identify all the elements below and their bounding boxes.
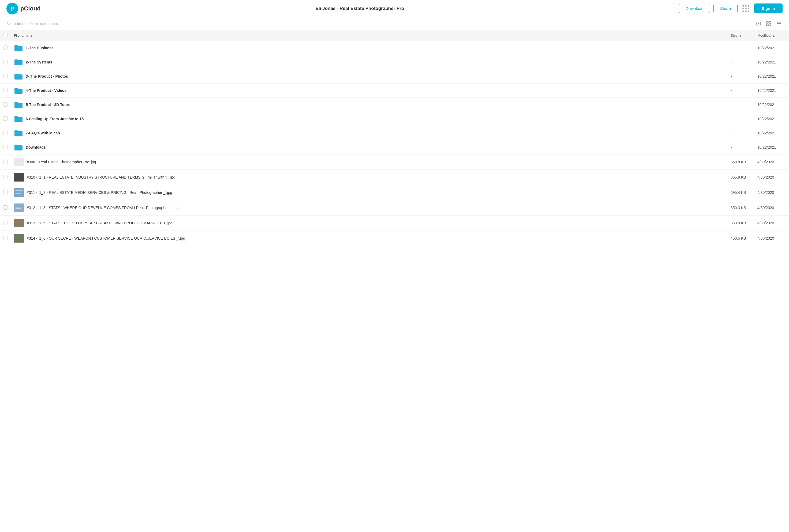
svg-rect-14	[16, 206, 22, 206]
svg-rect-15	[16, 207, 21, 208]
row-size-cell: 450.5 KB	[727, 231, 754, 246]
row-size-cell: 695.4 KB	[727, 185, 754, 200]
row-filename-cell: 5-The Product - 3D Tours	[11, 98, 727, 112]
row-modified-cell: 4/30/2020	[754, 154, 789, 170]
toolbar-hint: Select folder or file to see options	[6, 22, 58, 26]
signin-button[interactable]: Sign in	[754, 3, 783, 13]
row-checkbox[interactable]	[3, 159, 7, 164]
table-row[interactable]: 6-Scaling Up From Just Me to 15-10/22/20…	[0, 112, 789, 126]
toolbar: Select folder or file to see options	[0, 17, 789, 30]
svg-rect-13	[16, 193, 21, 194]
table-row[interactable]: 1-The Business-10/22/2021	[0, 41, 789, 55]
row-checkbox[interactable]	[3, 205, 7, 210]
row-checkbox[interactable]	[3, 116, 7, 121]
row-checkbox[interactable]	[3, 74, 7, 78]
row-modified-cell: 10/22/2021	[754, 140, 789, 154]
row-checkbox[interactable]	[3, 236, 7, 240]
row-modified-cell: 10/22/2021	[754, 83, 789, 98]
apps-grid-icon[interactable]	[741, 3, 751, 14]
table-row[interactable]: Downloads-10/22/2021	[0, 140, 789, 154]
table-row[interactable]: 3- The Product - Photos-10/22/2021	[0, 69, 789, 83]
row-checkbox-cell	[0, 55, 11, 69]
filename-text: 3- The Product - Photos	[26, 74, 68, 78]
row-filename-cell: 2-The Systems	[11, 55, 727, 69]
table-row[interactable]: 7-FAQ's with Micah-10/22/2021	[0, 126, 789, 140]
table-row[interactable]: #313 - '1_5 - STATS I THE $100K_YEAR BRE…	[0, 215, 789, 231]
filename-text: 7-FAQ's with Micah	[26, 131, 60, 135]
row-filename-cell: #311 - '1_2 - REAL ESTATE MEDIA SERVICES…	[11, 185, 727, 200]
row-filename-cell: #310 - '1_1 - REAL ESTATE INDUSTRY STRUC…	[11, 170, 727, 185]
row-modified-cell: 10/22/2021	[754, 41, 789, 55]
row-modified-cell: 10/22/2021	[754, 112, 789, 126]
row-checkbox[interactable]	[3, 190, 7, 194]
table-row[interactable]: #312 - '1_3 - STATS I WHERE OUR REVENUE …	[0, 200, 789, 215]
list-view-icon[interactable]	[775, 20, 783, 27]
file-thumbnail	[14, 204, 24, 212]
folder-icon	[14, 129, 23, 137]
filename-text: #313 - '1_5 - STATS I THE $100K_YEAR BRE…	[27, 221, 172, 225]
row-checkbox[interactable]	[3, 45, 7, 50]
logo-text: pCloud	[20, 5, 41, 12]
row-checkbox[interactable]	[3, 145, 7, 149]
file-thumbnail	[14, 173, 24, 182]
logo-area: P pCloud	[6, 3, 41, 15]
folder-icon	[14, 115, 23, 122]
row-checkbox-cell	[0, 112, 11, 126]
row-size-cell: -	[727, 83, 754, 98]
row-modified-cell: 4/30/2020	[754, 200, 789, 215]
row-checkbox[interactable]	[3, 221, 7, 225]
file-thumbnail	[14, 188, 24, 197]
row-checkbox[interactable]	[3, 131, 7, 135]
table-row[interactable]: 4-The Product - Videos-10/22/2021	[0, 83, 789, 98]
row-filename-cell: 7-FAQ's with Micah	[11, 126, 727, 140]
table-row[interactable]: #308 - 'Real Estate Photographer Pro'.jp…	[0, 154, 789, 170]
row-checkbox[interactable]	[3, 175, 7, 179]
row-checkbox-cell	[0, 83, 11, 98]
slideshow-view-icon[interactable]	[755, 20, 762, 27]
filename-text: 4-The Product - Videos	[26, 88, 67, 93]
grid-view-icon[interactable]	[765, 20, 772, 27]
col-modified-header[interactable]: Modified ▲	[754, 30, 789, 41]
size-sort-icon: ▲	[739, 34, 742, 37]
select-all-checkbox[interactable]	[3, 33, 7, 37]
filename-text: Downloads	[26, 145, 46, 149]
col-size-header[interactable]: Size ▲	[727, 30, 754, 41]
folder-icon	[14, 87, 23, 94]
page-title: Eli Jones - Real Estate Photographer Pro	[41, 6, 679, 11]
row-checkbox-cell	[0, 140, 11, 154]
svg-rect-12	[16, 192, 21, 192]
row-filename-cell: 6-Scaling Up From Just Me to 15	[11, 112, 727, 126]
row-size-cell: -	[727, 112, 754, 126]
table-row[interactable]: 5-The Product - 3D Tours-10/22/2021	[0, 98, 789, 112]
svg-text:P: P	[11, 5, 15, 12]
download-button[interactable]: Download	[679, 4, 710, 13]
row-checkbox[interactable]	[3, 102, 7, 107]
file-thumbnail	[14, 234, 24, 243]
filename-sort-icon: ▲	[30, 34, 33, 37]
row-filename-cell: #313 - '1_5 - STATS I THE $100K_YEAR BRE…	[11, 215, 727, 231]
modified-sort-icon: ▲	[772, 34, 775, 37]
filename-text: #312 - '1_3 - STATS I WHERE OUR REVENUE …	[27, 206, 179, 210]
row-checkbox-cell	[0, 41, 11, 55]
folder-icon	[14, 73, 23, 80]
col-filename-header[interactable]: Filename ▲	[11, 30, 727, 41]
row-size-cell: -	[727, 140, 754, 154]
table-row[interactable]: 2-The Systems-10/22/2021	[0, 55, 789, 69]
select-all-header[interactable]	[0, 30, 11, 41]
table-row[interactable]: #311 - '1_2 - REAL ESTATE MEDIA SERVICES…	[0, 185, 789, 200]
share-button[interactable]: Share	[713, 4, 737, 13]
table-row[interactable]: #310 - '1_1 - REAL ESTATE INDUSTRY STRUC…	[0, 170, 789, 185]
folder-icon	[14, 101, 23, 109]
row-checkbox-cell	[0, 200, 11, 215]
row-checkbox[interactable]	[3, 60, 7, 64]
row-modified-cell: 4/30/2020	[754, 215, 789, 231]
row-filename-cell: 1-The Business	[11, 41, 727, 55]
folder-icon	[14, 44, 23, 52]
filename-text: #310 - '1_1 - REAL ESTATE INDUSTRY STRUC…	[27, 175, 175, 179]
file-table: Filename ▲ Size ▲ Modified ▲ 1-The Busin…	[0, 30, 789, 246]
row-checkbox[interactable]	[3, 88, 7, 92]
row-modified-cell: 10/22/2021	[754, 126, 789, 140]
svg-rect-4	[767, 21, 768, 23]
table-row[interactable]: #314 - '1_6 - OUR SECRET WEAPON I CUSTOM…	[0, 231, 789, 246]
table-header: Filename ▲ Size ▲ Modified ▲	[0, 30, 789, 41]
